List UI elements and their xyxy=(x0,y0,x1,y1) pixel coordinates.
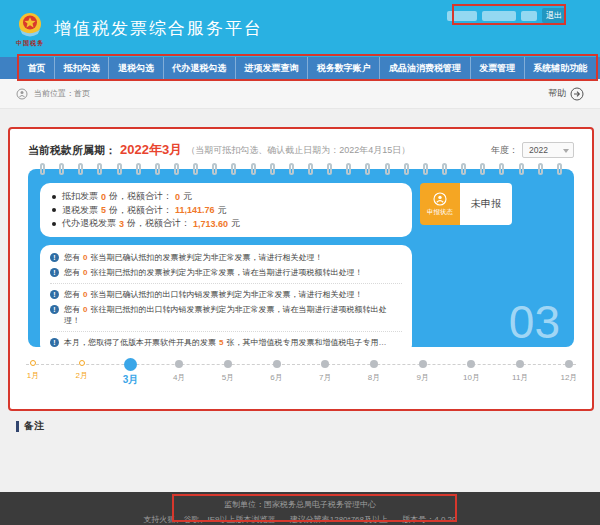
ring-icon xyxy=(193,163,198,175)
warning-text: 您有0张当期已确认抵扣的发票被判定为非正常发票，请进行相关处理！ xyxy=(64,252,322,263)
help-button[interactable]: 帮助 xyxy=(548,87,584,101)
ring-icon xyxy=(327,163,332,175)
nav-item[interactable]: 代办退税勾选 xyxy=(163,57,235,79)
stat-mid-label: 份，税额合计： xyxy=(127,217,190,230)
nav-item[interactable]: 税务数字账户 xyxy=(307,57,379,79)
timeline-month[interactable]: 2月 xyxy=(69,357,95,387)
declare-status-group: 申报状态 未申报 xyxy=(420,183,512,225)
timeline-month[interactable]: 4月 xyxy=(166,357,192,387)
nav-item-label: 退税勾选 xyxy=(118,62,154,75)
timeline-month[interactable]: 6月 xyxy=(264,357,290,387)
ring-icon xyxy=(155,163,160,175)
nav-item[interactable]: 发票管理 xyxy=(470,57,524,79)
stat-amount: 0 xyxy=(175,192,180,202)
nav-item-label: 税务数字账户 xyxy=(317,62,371,75)
warning-line: ! 您有0张当期已确认抵扣的出口转内销发票被判定为非正常发票，请进行相关处理！ xyxy=(50,283,402,302)
warning-line: ! 您有0张往期已抵扣的发票被判定为非正常发票，请在当期进行进项税额转出处理！ xyxy=(50,265,402,280)
timeline-month-label: 5月 xyxy=(222,372,234,383)
timeline-month[interactable]: 10月 xyxy=(458,357,484,387)
timeline-dot-icon xyxy=(467,360,475,368)
arrow-right-icon xyxy=(570,87,584,101)
period-header: 当前税款所属期： 2022年3月 （当期可抵扣勾选、确认截止日期为：2022年4… xyxy=(10,129,592,167)
timeline-month-label: 11月 xyxy=(512,372,528,383)
alert-icon: ! xyxy=(50,253,59,262)
timeline-dot-icon xyxy=(175,360,183,368)
timeline-month[interactable]: 9月 xyxy=(410,357,436,387)
nav-item-label: 成品油消费税管理 xyxy=(389,62,461,75)
period-label: 当前税款所属期： xyxy=(28,143,116,158)
nav-item[interactable]: 进项发票查询 xyxy=(235,57,307,79)
ring-icon xyxy=(308,163,313,175)
ring-icon xyxy=(442,163,447,175)
nav-item[interactable]: 首页 xyxy=(18,57,54,79)
timeline-dot-icon xyxy=(124,358,137,371)
ring-icon xyxy=(423,163,428,175)
stat-label: 代办退税发票 xyxy=(62,217,116,230)
timeline-list: 1月 2月 3月 4月 5月 6月 7月 8月 xyxy=(20,357,582,387)
timeline-dot-icon xyxy=(419,360,427,368)
timeline-month-label: 3月 xyxy=(123,373,139,387)
alert-icon: ! xyxy=(50,290,59,299)
stat-mid-label: 份，税额合计： xyxy=(109,204,172,217)
logo-caption: 中国税务 xyxy=(16,39,44,48)
stat-count: 3 xyxy=(119,219,124,229)
timeline-dot-icon xyxy=(516,360,524,368)
nav-item-label: 进项发票查询 xyxy=(244,62,298,75)
calendar-panel: 抵扣发票 0 份，税额合计： 0 元 退税发票 5 份，税额合计： 11,141… xyxy=(28,169,574,347)
timeline-month-label: 9月 xyxy=(417,372,429,383)
bullet-icon xyxy=(52,208,56,212)
ring-icon xyxy=(461,163,466,175)
location-icon xyxy=(16,88,28,100)
nav-item[interactable]: 系统辅助功能 xyxy=(524,57,597,79)
year-select[interactable]: 2022 xyxy=(522,142,574,158)
binder-rings xyxy=(40,163,562,175)
tax-emblem-icon xyxy=(17,12,43,38)
nav-list: 首页抵扣勾选退税勾选代办退税勾选进项发票查询税务数字账户成品油消费税管理发票管理… xyxy=(0,57,600,79)
timeline-month[interactable]: 1月 xyxy=(20,357,46,387)
ring-icon xyxy=(519,163,524,175)
nav-item[interactable]: 退税勾选 xyxy=(108,57,162,79)
notes-title: 备注 xyxy=(16,419,584,433)
warning-line: ! 您有0张当期已确认抵扣的发票被判定为非正常发票，请进行相关处理！ xyxy=(50,250,402,265)
timeline-month[interactable]: 12月 xyxy=(556,357,582,387)
footer-supervisor: 监制单位：国家税务总局电子税务管理中心 xyxy=(0,499,600,510)
ring-icon xyxy=(480,163,485,175)
ring-icon xyxy=(117,163,122,175)
timeline-month[interactable]: 11月 xyxy=(507,357,533,387)
app-header: 中国税务 增值税发票综合服务平台 退出 xyxy=(0,0,600,57)
ring-icon xyxy=(174,163,179,175)
timeline-month-label: 10月 xyxy=(463,372,480,383)
main-card: 当前税款所属期： 2022年3月 （当期可抵扣勾选、确认截止日期为：2022年4… xyxy=(8,127,594,411)
nav-item[interactable]: 成品油消费税管理 xyxy=(379,57,469,79)
title-bar-icon xyxy=(16,421,19,432)
timeline-dot-icon xyxy=(30,360,36,366)
big-month-number: 03 xyxy=(509,299,560,345)
ring-icon xyxy=(136,163,141,175)
month-timeline: 1月 2月 3月 4月 5月 6月 7月 8月 xyxy=(20,357,582,387)
timeline-month-label: 2月 xyxy=(75,370,87,381)
app-title: 增值税发票综合服务平台 xyxy=(54,17,263,40)
footer-resolution: 建议分辨率1280*768及以上 xyxy=(290,515,388,524)
ring-icon xyxy=(212,163,217,175)
stat-unit: 元 xyxy=(218,204,227,217)
nav-item[interactable]: 抵扣勾选 xyxy=(54,57,108,79)
footer-version: 版本号：4.0.20 xyxy=(402,515,456,524)
ring-icon xyxy=(40,163,45,175)
ring-icon xyxy=(231,163,236,175)
bullet-icon xyxy=(52,222,56,226)
stat-label: 抵扣发票 xyxy=(62,190,98,203)
notes-section: 备注 xyxy=(8,419,592,433)
declare-status-badge[interactable]: 申报状态 xyxy=(420,183,460,225)
timeline-dot-icon xyxy=(273,360,281,368)
timeline-month[interactable]: 8月 xyxy=(361,357,387,387)
page-footer: 监制单位：国家税务总局电子税务管理中心 支持火狐、谷歌、IE9以上版本浏览器 建… xyxy=(0,492,600,525)
declare-status-value: 未申报 xyxy=(460,183,512,225)
stat-count: 5 xyxy=(101,205,106,215)
nav-item-label: 代办退税勾选 xyxy=(172,62,226,75)
timeline-month-label: 1月 xyxy=(27,370,39,381)
timeline-month[interactable]: 7月 xyxy=(312,357,338,387)
timeline-month[interactable]: 5月 xyxy=(215,357,241,387)
timeline-month[interactable]: 3月 xyxy=(117,357,143,387)
logout-button[interactable]: 退出 xyxy=(542,8,566,23)
user-status-icon xyxy=(433,192,447,206)
